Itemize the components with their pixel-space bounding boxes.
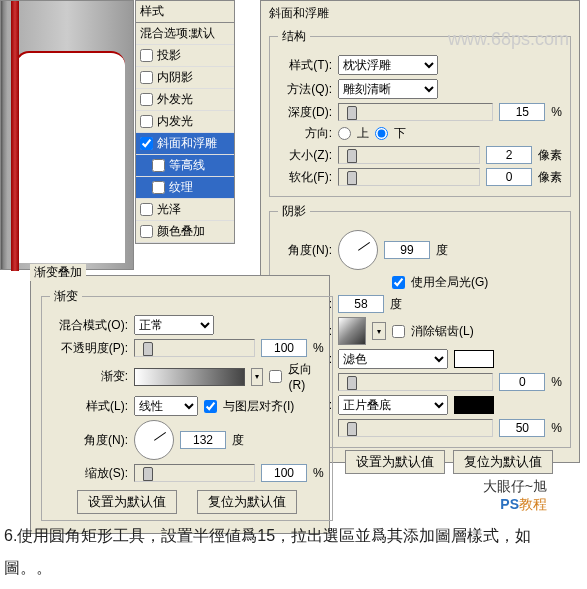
blend-options[interactable]: 混合选项:默认 <box>136 23 234 45</box>
cb-satin[interactable] <box>140 203 153 216</box>
style-outer-glow[interactable]: 外发光 <box>136 89 234 111</box>
style-bevel[interactable]: 斜面和浮雕 <box>136 133 234 155</box>
scale-input[interactable] <box>261 464 307 482</box>
soft-label: 软化(F): <box>278 169 332 186</box>
depth-label: 深度(D): <box>278 104 332 121</box>
reset-default-button[interactable]: 复位为默认值 <box>197 490 297 514</box>
shading-legend: 阴影 <box>278 203 310 220</box>
style-label: 样式(T): <box>278 57 332 74</box>
gradient-title: 渐变叠加 <box>30 264 86 281</box>
cb-texture[interactable] <box>152 181 165 194</box>
dir-up-radio[interactable] <box>338 127 351 140</box>
gstyle-select[interactable]: 线性 <box>134 396 198 416</box>
style-satin[interactable]: 光泽 <box>136 199 234 221</box>
hopacity-slider[interactable] <box>338 373 493 391</box>
gangle-control[interactable] <box>134 420 174 460</box>
gstyle-label: 样式(L): <box>50 398 128 415</box>
smode-select[interactable]: 正片叠底 <box>338 395 448 415</box>
dir-label: 方向: <box>278 125 332 142</box>
gloss-contour[interactable] <box>338 317 366 345</box>
size-input[interactable] <box>486 146 532 164</box>
reset-default-button-2[interactable]: 复位为默认值 <box>453 450 553 474</box>
global-light-cb[interactable] <box>392 276 405 289</box>
angle-control[interactable] <box>338 230 378 270</box>
size-label: 大小(Z): <box>278 147 332 164</box>
gangle-label: 角度(N): <box>50 432 128 449</box>
preview-thumbnail <box>0 0 134 270</box>
styles-panel: 样式 混合选项:默认 投影 内阴影 外发光 内发光 斜面和浮雕 等高线 纹理 光… <box>135 0 235 244</box>
cb-outer-glow[interactable] <box>140 93 153 106</box>
styles-header: 样式 <box>136 1 234 23</box>
cb-bevel[interactable] <box>140 137 153 150</box>
cb-contour[interactable] <box>152 159 165 172</box>
bottom-buttons: 设置为默认值 复位为默认值 <box>345 450 553 474</box>
blend-mode-select[interactable]: 正常 <box>134 315 214 335</box>
style-texture[interactable]: 纹理 <box>136 177 234 199</box>
gradient-arrow[interactable]: ▾ <box>251 368 263 386</box>
scale-slider[interactable] <box>134 464 255 482</box>
soft-input[interactable] <box>486 168 532 186</box>
soft-slider[interactable] <box>338 168 480 186</box>
highlight-color[interactable] <box>454 350 494 368</box>
instruction-text: 6.使用圓角矩形工具，設置半徑値爲15，拉出選區並爲其添加圖層樣式，如圖。。 <box>0 520 570 584</box>
tech-select[interactable]: 雕刻清晰 <box>338 79 438 99</box>
style-color-overlay[interactable]: 颜色叠加 <box>136 221 234 243</box>
antialias-cb[interactable] <box>392 325 405 338</box>
opacity-input[interactable] <box>261 339 307 357</box>
angle-label: 角度(N): <box>278 242 332 259</box>
set-default-button-2[interactable]: 设置为默认值 <box>345 450 445 474</box>
cb-drop-shadow[interactable] <box>140 49 153 62</box>
structure-fieldset: 结构 样式(T):枕状浮雕 方法(Q):雕刻清晰 深度(D):% 方向:上下 大… <box>269 28 571 197</box>
opacity-slider[interactable] <box>134 339 255 357</box>
dir-down-radio[interactable] <box>375 127 388 140</box>
style-select[interactable]: 枕状浮雕 <box>338 55 438 75</box>
style-contour[interactable]: 等高线 <box>136 155 234 177</box>
set-default-button[interactable]: 设置为默认值 <box>77 490 177 514</box>
style-inner-glow[interactable]: 内发光 <box>136 111 234 133</box>
bevel-title: 斜面和浮雕 <box>269 5 571 22</box>
grad-label: 渐变: <box>50 368 128 385</box>
hopacity-input[interactable] <box>499 373 545 391</box>
gradient-legend: 渐变 <box>50 288 82 305</box>
reverse-cb[interactable] <box>269 370 282 383</box>
depth-input[interactable] <box>499 103 545 121</box>
cb-inner-shadow[interactable] <box>140 71 153 84</box>
blend-mode-label: 混合模式(O): <box>50 317 128 334</box>
gloss-arrow[interactable]: ▾ <box>372 322 386 340</box>
gradient-panel: 渐变 混合模式(O):正常 不透明度(P):% 渐变:▾反向(R) 样式(L):… <box>30 275 330 534</box>
cb-color-overlay[interactable] <box>140 225 153 238</box>
gangle-input[interactable] <box>180 431 226 449</box>
altitude-input[interactable] <box>338 295 384 313</box>
opacity-label: 不透明度(P): <box>50 340 128 357</box>
sopacity-slider[interactable] <box>338 419 493 437</box>
watermark: www.68ps.com <box>448 29 569 50</box>
align-cb[interactable] <box>204 400 217 413</box>
sopacity-input[interactable] <box>499 419 545 437</box>
shadow-color[interactable] <box>454 396 494 414</box>
style-inner-shadow[interactable]: 内阴影 <box>136 67 234 89</box>
size-slider[interactable] <box>338 146 480 164</box>
gradient-bar[interactable] <box>134 368 245 386</box>
logo: 大眼仔~旭 PS教程 <box>483 478 547 514</box>
hmode-select[interactable]: 滤色 <box>338 349 448 369</box>
scale-label: 缩放(S): <box>50 465 128 482</box>
gradient-fieldset: 渐变 混合模式(O):正常 不透明度(P):% 渐变:▾反向(R) 样式(L):… <box>41 288 333 521</box>
angle-input[interactable] <box>384 241 430 259</box>
structure-legend: 结构 <box>278 28 310 45</box>
tech-label: 方法(Q): <box>278 81 332 98</box>
depth-slider[interactable] <box>338 103 493 121</box>
style-drop-shadow[interactable]: 投影 <box>136 45 234 67</box>
cb-inner-glow[interactable] <box>140 115 153 128</box>
